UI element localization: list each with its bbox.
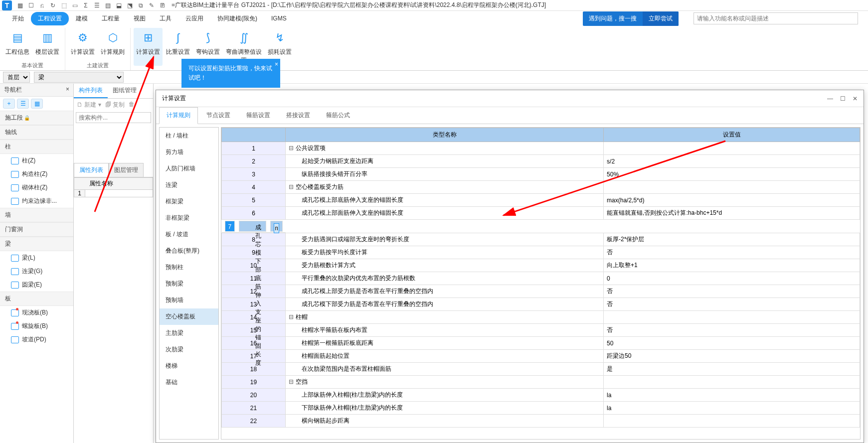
rule-value[interactable]: max(ha/2,5*d) bbox=[604, 194, 860, 207]
qat-icon[interactable]: ▤ bbox=[104, 1, 112, 9]
nav-item-ramp[interactable]: 坡道(PD) bbox=[0, 333, 73, 346]
new-button[interactable]: 🗋 新建 ▾ bbox=[77, 101, 101, 109]
menu-start[interactable]: 开始 bbox=[5, 12, 31, 25]
close-icon[interactable]: × bbox=[66, 86, 69, 94]
rule-value[interactable]: 板厚-2*保护层 bbox=[604, 233, 860, 246]
menu-quantity[interactable]: 工程量 bbox=[95, 12, 127, 25]
rule-value[interactable] bbox=[270, 221, 283, 232]
category-item[interactable]: 预制梁 bbox=[160, 276, 218, 292]
qat-icon[interactable]: ⬔ bbox=[126, 1, 134, 9]
rule-value[interactable]: 50% bbox=[604, 168, 860, 181]
menu-model[interactable]: 建模 bbox=[69, 12, 95, 25]
menu-project-settings[interactable]: 工程设置 bbox=[31, 12, 69, 25]
close-button[interactable]: ✕ bbox=[853, 95, 858, 102]
category-item[interactable]: 预制柱 bbox=[160, 259, 218, 276]
category-item[interactable]: 基础 bbox=[160, 374, 218, 391]
qat-icon[interactable]: Σ bbox=[82, 1, 90, 9]
nav-item-cast-slab[interactable]: 现浇板(B) bbox=[0, 306, 73, 319]
qat-icon[interactable]: ☐ bbox=[27, 1, 35, 9]
category-item[interactable]: 主肋梁 bbox=[160, 325, 218, 341]
maximize-button[interactable]: ☐ bbox=[840, 95, 846, 102]
qat-icon[interactable]: ☰ bbox=[93, 1, 101, 9]
nav-sec-column[interactable]: 柱 bbox=[0, 140, 73, 154]
nav-sec-slab[interactable]: 板 bbox=[0, 292, 73, 306]
tab-layer-mgmt[interactable]: 图层管理 bbox=[109, 163, 144, 177]
rule-value[interactable]: 否 bbox=[604, 246, 860, 259]
nav-item-constr-column[interactable]: 构造柱(Z) bbox=[0, 167, 73, 181]
btn-floor-settings[interactable]: ▥楼层设置 bbox=[33, 28, 62, 57]
category-item[interactable]: 柱 / 墙柱 bbox=[160, 128, 218, 144]
nav-tool-list-icon[interactable]: ☰ bbox=[17, 99, 29, 109]
nav-sec-axis[interactable]: 轴线 bbox=[0, 125, 73, 140]
component-search-input[interactable] bbox=[76, 112, 151, 123]
qat-icon[interactable]: ⬓ bbox=[115, 1, 123, 9]
rule-value[interactable]: 是 bbox=[604, 363, 860, 376]
qat-icon[interactable]: ▦ bbox=[16, 1, 24, 9]
nav-sec-construction[interactable]: 施工段🔒 bbox=[0, 111, 73, 125]
rule-value[interactable]: 否 bbox=[604, 324, 860, 337]
nav-item-masonry-column[interactable]: 砌体柱(Z) bbox=[0, 181, 73, 194]
rule-value[interactable]: 0 bbox=[604, 272, 860, 285]
qat-icon[interactable]: ⬚ bbox=[60, 1, 68, 9]
nav-sec-beam[interactable]: 梁 bbox=[0, 237, 73, 251]
feature-search-input[interactable] bbox=[694, 12, 858, 24]
category-item[interactable]: 连梁 bbox=[160, 177, 218, 193]
menu-igms[interactable]: IGMS bbox=[264, 12, 294, 24]
category-item[interactable]: 人防门框墙 bbox=[160, 160, 218, 177]
rule-value[interactable]: s/2 bbox=[604, 155, 860, 168]
btn-calc-rules[interactable]: ⬡计算规则 bbox=[98, 28, 127, 57]
menu-cloud[interactable]: 云应用 bbox=[178, 12, 210, 25]
close-icon[interactable]: × bbox=[275, 60, 278, 69]
rule-value[interactable] bbox=[604, 376, 860, 389]
rule-value[interactable]: 50 bbox=[604, 337, 860, 350]
dlg-tab-stirrup-formula[interactable]: 箍筋公式 bbox=[319, 107, 357, 124]
category-item[interactable]: 非框架梁 bbox=[160, 210, 218, 226]
menu-tools[interactable]: 工具 bbox=[153, 12, 178, 25]
category-item[interactable]: 框架梁 bbox=[160, 193, 218, 210]
nav-tool-grid-icon[interactable]: ▦ bbox=[31, 99, 43, 109]
rule-value-input[interactable] bbox=[274, 223, 279, 233]
rule-value[interactable]: 向上取整+1 bbox=[604, 259, 860, 272]
category-item[interactable]: 楼梯 bbox=[160, 358, 218, 374]
category-item[interactable]: 叠合板(整厚) bbox=[160, 243, 218, 259]
floor-select[interactable]: 首层 bbox=[3, 72, 30, 83]
dlg-tab-lap[interactable]: 搭接设置 bbox=[279, 107, 318, 124]
qat-icon[interactable]: ▭ bbox=[71, 1, 79, 9]
dlg-tab-node[interactable]: 节点设置 bbox=[199, 107, 238, 124]
rule-value[interactable]: la bbox=[604, 402, 860, 415]
component-type-select[interactable]: 梁 bbox=[34, 72, 124, 83]
rule-value[interactable] bbox=[604, 142, 860, 155]
minimize-button[interactable]: — bbox=[827, 95, 833, 102]
qat-icon[interactable]: ⎌ bbox=[38, 1, 46, 9]
qat-icon[interactable]: ✎ bbox=[148, 1, 156, 9]
nav-item-link-beam[interactable]: 连梁(G) bbox=[0, 265, 73, 278]
dlg-tab-calc-rules[interactable]: 计算规则 bbox=[159, 107, 198, 124]
rule-value[interactable] bbox=[604, 311, 860, 324]
rule-value[interactable]: 否 bbox=[604, 298, 860, 311]
tab-property-list[interactable]: 属性列表 bbox=[74, 163, 109, 177]
help-bubble[interactable]: 遇到问题，搜一搜 立即尝试 bbox=[583, 11, 679, 26]
delete-button[interactable]: 🗑 bbox=[129, 101, 135, 109]
btn-calc-settings-2[interactable]: ⊞计算设置 bbox=[134, 28, 163, 66]
tab-component-list[interactable]: 构件列表 bbox=[74, 84, 108, 98]
category-item[interactable]: 板 / 坡道 bbox=[160, 226, 218, 243]
rule-value[interactable]: 否 bbox=[604, 285, 860, 298]
nav-item-column[interactable]: 柱(Z) bbox=[0, 154, 73, 167]
dlg-tab-stirrup[interactable]: 箍筋设置 bbox=[239, 107, 278, 124]
tab-drawing-mgmt[interactable]: 图纸管理 bbox=[108, 84, 142, 98]
nav-tool-add-icon[interactable]: + bbox=[3, 99, 15, 109]
menu-coop[interactable]: 协同建模(限免) bbox=[210, 12, 264, 25]
rule-value[interactable] bbox=[604, 181, 860, 194]
rule-value[interactable]: 能直锚就直锚,否则按公式计算:ha-bhc+15*d bbox=[604, 207, 860, 220]
rule-value[interactable]: 距梁边50 bbox=[604, 350, 860, 363]
nav-item-beam[interactable]: 梁(L) bbox=[0, 251, 73, 265]
category-item[interactable]: 空心楼盖板 bbox=[160, 308, 218, 325]
category-item[interactable]: 预制墙 bbox=[160, 292, 218, 308]
qat-icon[interactable]: ↻ bbox=[49, 1, 57, 9]
nav-sec-door[interactable]: 门窗洞 bbox=[0, 222, 73, 237]
category-item[interactable]: 剪力墙 bbox=[160, 144, 218, 160]
category-item[interactable]: 次肋梁 bbox=[160, 341, 218, 358]
qat-icon[interactable]: 🖹 bbox=[159, 1, 167, 9]
btn-project-info[interactable]: ▤工程信息 bbox=[3, 28, 32, 57]
nav-item-edge[interactable]: 约束边缘非... bbox=[0, 194, 73, 208]
